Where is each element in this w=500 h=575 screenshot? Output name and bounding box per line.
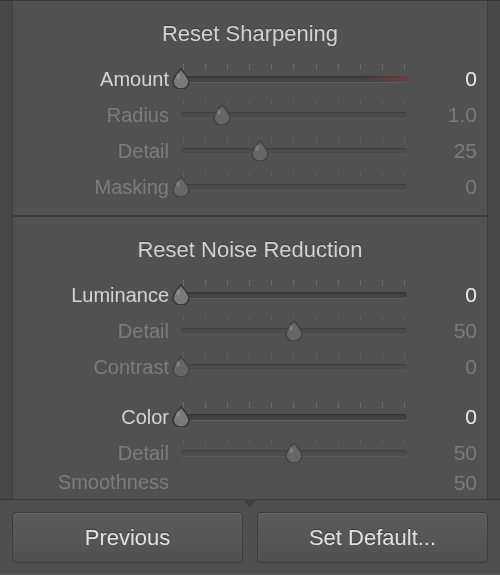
slider-label: Detail	[21, 320, 171, 343]
slider-label: Amount	[21, 68, 171, 91]
svg-point-2	[255, 145, 259, 151]
slider-value[interactable]: 0	[417, 67, 479, 91]
slider-row: Detail 25	[21, 133, 479, 169]
svg-point-1	[217, 109, 221, 115]
slider-value[interactable]: 0	[417, 355, 479, 379]
svg-point-6	[176, 361, 180, 367]
previous-button[interactable]: Previous	[12, 512, 243, 563]
slider[interactable]	[181, 97, 407, 133]
smoothness-value: 50	[417, 471, 479, 491]
slider-row: Detail 50	[21, 435, 479, 471]
bottom-bar: Previous Set Default...	[0, 499, 500, 575]
panel-root: Reset Sharpening Amount 0Radius 1.0Detai…	[0, 0, 500, 575]
svg-point-0	[176, 73, 180, 79]
smoothness-row-cutoff: Smoothness 50	[21, 471, 479, 491]
slider-value[interactable]: 50	[417, 441, 479, 465]
slider-value[interactable]: 50	[417, 319, 479, 343]
slider-thumb-icon[interactable]	[249, 139, 271, 161]
slider-label: Color	[21, 406, 171, 429]
slider-row: Contrast 0	[21, 349, 479, 385]
slider-row: Radius 1.0	[21, 97, 479, 133]
slider[interactable]	[181, 61, 407, 97]
noise-panel: Reset Noise Reduction Luminance 0Detail …	[12, 216, 488, 499]
slider-row: Luminance 0	[21, 277, 479, 313]
slider-thumb-icon[interactable]	[170, 355, 192, 377]
slider-label: Masking	[21, 176, 171, 199]
smoothness-slider[interactable]	[181, 471, 407, 491]
slider-row: Masking 0	[21, 169, 479, 205]
set-default-button[interactable]: Set Default...	[257, 512, 488, 563]
svg-point-3	[176, 181, 180, 187]
slider-thumb-icon[interactable]	[170, 283, 192, 305]
svg-point-8	[289, 447, 293, 453]
scroll-area: Reset Sharpening Amount 0Radius 1.0Detai…	[0, 0, 500, 499]
slider-row: Detail 50	[21, 313, 479, 349]
slider[interactable]	[181, 133, 407, 169]
slider-thumb-icon[interactable]	[211, 103, 233, 125]
smoothness-label: Smoothness	[21, 471, 171, 491]
slider-thumb-icon[interactable]	[283, 441, 305, 463]
slider-thumb-icon[interactable]	[170, 175, 192, 197]
slider-value[interactable]: 0	[417, 175, 479, 199]
sharpening-panel: Reset Sharpening Amount 0Radius 1.0Detai…	[12, 1, 488, 216]
slider-label: Luminance	[21, 284, 171, 307]
slider[interactable]	[181, 169, 407, 205]
slider-value[interactable]: 0	[417, 405, 479, 429]
slider-thumb-icon[interactable]	[170, 67, 192, 89]
slider[interactable]	[181, 313, 407, 349]
slider-row: Amount 0	[21, 61, 479, 97]
svg-point-5	[289, 325, 293, 331]
slider-label: Radius	[21, 104, 171, 127]
noise-title[interactable]: Reset Noise Reduction	[21, 225, 479, 277]
slider-label: Detail	[21, 442, 171, 465]
sharpening-title[interactable]: Reset Sharpening	[21, 9, 479, 61]
slider-label: Contrast	[21, 356, 171, 379]
slider-value[interactable]: 0	[417, 283, 479, 307]
slider[interactable]	[181, 349, 407, 385]
slider[interactable]	[181, 435, 407, 471]
slider[interactable]	[181, 277, 407, 313]
svg-point-4	[176, 289, 180, 295]
slider[interactable]	[181, 399, 407, 435]
slider-value[interactable]: 25	[417, 139, 479, 163]
slider-label: Detail	[21, 140, 171, 163]
slider-value[interactable]: 1.0	[417, 103, 479, 127]
svg-point-7	[176, 411, 180, 417]
slider-thumb-icon[interactable]	[170, 405, 192, 427]
slider-thumb-icon[interactable]	[283, 319, 305, 341]
slider-row: Color 0	[21, 399, 479, 435]
